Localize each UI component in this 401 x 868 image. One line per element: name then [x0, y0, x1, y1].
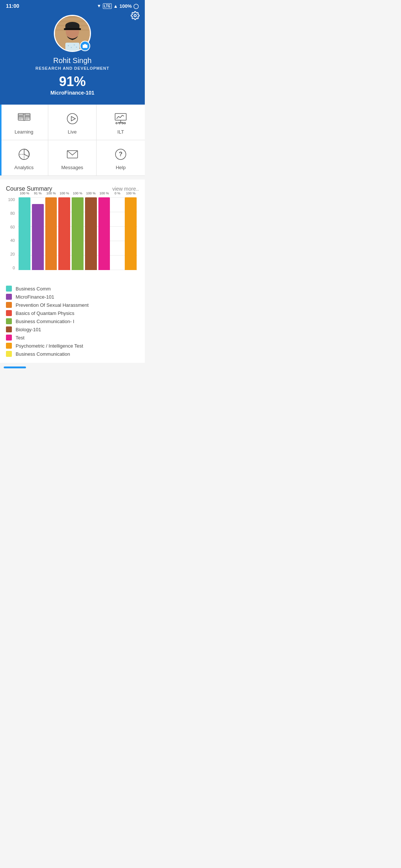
- nav-item-analytics[interactable]: Analytics: [0, 140, 48, 175]
- bar-item: 100 %: [85, 197, 97, 270]
- bar: [72, 197, 84, 270]
- course-summary-section: Course Summary view more.. 100 80 60 40 …: [0, 180, 145, 363]
- svg-point-13: [68, 45, 69, 46]
- view-more-link[interactable]: view more..: [112, 186, 139, 192]
- svg-point-34: [67, 114, 78, 124]
- bar-label: 100 %: [20, 191, 29, 195]
- svg-line-45: [24, 154, 29, 157]
- y-label-60: 60: [6, 225, 15, 229]
- battery-percent: 100%: [120, 3, 132, 9]
- y-label-40: 40: [6, 238, 15, 243]
- camera-badge[interactable]: [80, 41, 90, 51]
- svg-rect-2: [55, 16, 90, 18]
- profile-header: Rohit Singh RESEARCH AND DEVELOPMENT 91%…: [0, 11, 145, 105]
- nav-grid: Learning Live: [0, 105, 145, 176]
- nav-item-help[interactable]: ? Help: [97, 140, 145, 175]
- messages-label: Messages: [61, 165, 83, 170]
- y-label-80: 80: [6, 211, 15, 216]
- legend-item: Biology-101: [6, 326, 139, 332]
- svg-point-0: [134, 14, 136, 17]
- svg-point-16: [76, 47, 77, 48]
- legend-color: [6, 310, 12, 316]
- bar-item: 100 %: [45, 197, 57, 270]
- legend-color: [6, 294, 12, 300]
- bar-item: 100 %: [125, 197, 137, 270]
- legend-label: Test: [16, 335, 25, 341]
- svg-point-40: [119, 122, 120, 124]
- status-time: 11:00: [6, 3, 19, 9]
- bars-container: 100 %91 %100 %100 %100 %100 %100 %0 %100…: [18, 197, 137, 270]
- legend-color: [6, 326, 12, 332]
- analytics-icon: [17, 147, 32, 162]
- legend-color: [6, 351, 12, 357]
- svg-point-14: [71, 47, 72, 48]
- profile-department: RESEARCH AND DEVELOPMENT: [36, 66, 110, 70]
- ilt-icon: [113, 111, 128, 126]
- live-label: Live: [68, 129, 77, 135]
- bar-chart: 100 80 60 40 20 0 100 %91 %100 %100 %100…: [6, 197, 139, 279]
- ilt-label: ILT: [117, 129, 124, 135]
- legend-color: [6, 302, 12, 308]
- legend-item: MicroFinance-101: [6, 294, 139, 300]
- bar: [98, 197, 110, 270]
- learning-label: Learning: [14, 129, 33, 135]
- y-label-100: 100: [6, 197, 15, 202]
- legend-item: Psychometric / Intelligence Test: [6, 343, 139, 349]
- svg-point-39: [116, 122, 117, 124]
- legend-item: Business Communication- I: [6, 318, 139, 324]
- svg-text:?: ?: [119, 151, 123, 157]
- avatar-wrapper: [54, 15, 91, 52]
- svg-rect-11: [64, 28, 81, 30]
- bottom-accent: [4, 366, 26, 368]
- legend-label: Business Comm: [16, 286, 51, 292]
- chart-legend: Business CommMicroFinance-101Prevention …: [6, 286, 139, 357]
- bar-label: 0 %: [115, 191, 121, 195]
- bar-label: 100 %: [126, 191, 136, 195]
- svg-point-15: [74, 45, 75, 46]
- bar-label: 100 %: [73, 191, 82, 195]
- svg-point-42: [124, 122, 125, 124]
- chart-y-axis: 100 80 60 40 20 0: [6, 197, 16, 270]
- legend-item: Basics of Quantam Physics: [6, 310, 139, 316]
- bar-item: 100 %: [72, 197, 84, 270]
- legend-label: Prevention Of Sexual Harassment: [16, 302, 89, 308]
- bar: [125, 197, 137, 270]
- bar: [45, 197, 57, 270]
- learning-icon: [17, 111, 32, 126]
- status-icons: ▼ LTE ▲ 100% ◯: [97, 3, 139, 9]
- help-icon: ?: [113, 147, 128, 162]
- bar: [19, 197, 30, 270]
- battery-icon: ◯: [133, 3, 139, 9]
- bar-item: 91 %: [32, 197, 44, 270]
- legend-label: Business Communication- I: [16, 319, 74, 324]
- chart-bars-area: 100 %91 %100 %100 %100 %100 %100 %0 %100…: [18, 197, 137, 270]
- legend-color: [6, 286, 12, 292]
- nav-item-messages[interactable]: Messages: [48, 140, 97, 175]
- legend-item: Prevention Of Sexual Harassment: [6, 302, 139, 308]
- settings-button[interactable]: [131, 11, 140, 22]
- bar-label: 100 %: [100, 191, 109, 195]
- signal-icon: ▲: [113, 3, 118, 9]
- bar-label: 100 %: [86, 191, 96, 195]
- bar-label: 100 %: [46, 191, 56, 195]
- bar-item: 100 %: [98, 197, 110, 270]
- bar: [32, 204, 44, 270]
- wifi-icon: ▼: [97, 3, 101, 9]
- svg-rect-10: [65, 26, 79, 29]
- bar-label: 100 %: [59, 191, 69, 195]
- svg-rect-12: [65, 43, 79, 51]
- bar: [58, 197, 70, 270]
- profile-percent: 91%: [59, 75, 86, 88]
- legend-label: Basics of Quantam Physics: [16, 310, 74, 316]
- nav-item-learning[interactable]: Learning: [0, 105, 48, 140]
- svg-point-41: [122, 122, 123, 124]
- nav-item-live[interactable]: Live: [48, 105, 97, 140]
- nav-item-ilt[interactable]: ILT: [97, 105, 145, 140]
- status-bar: 11:00 ▼ LTE ▲ 100% ◯: [0, 0, 145, 11]
- legend-item: Business Communication: [6, 351, 139, 357]
- bar-item: 0 %: [111, 197, 123, 270]
- bar: [85, 197, 97, 270]
- legend-item: Business Comm: [6, 286, 139, 292]
- live-icon: [65, 111, 80, 126]
- messages-icon: [65, 147, 80, 162]
